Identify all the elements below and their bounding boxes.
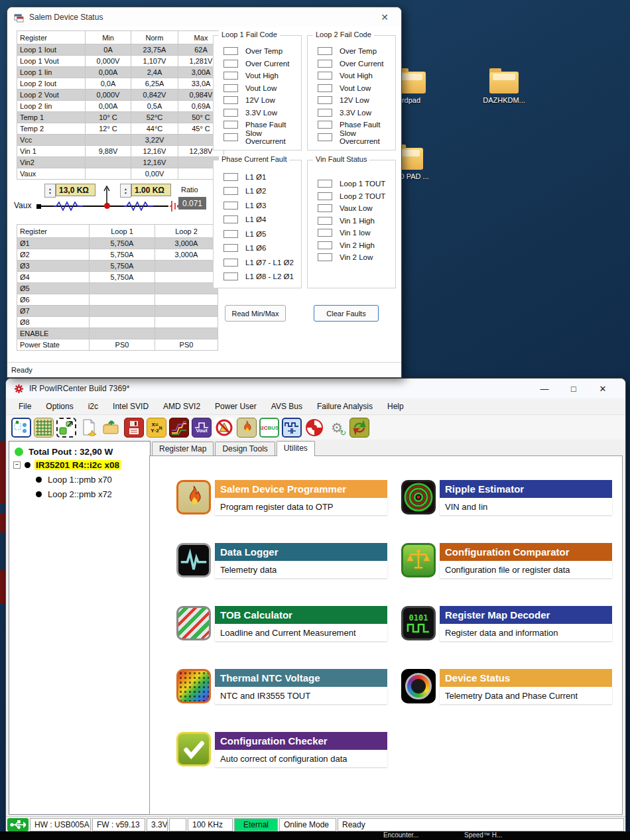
r2-spinner[interactable]: ▲▼: [120, 184, 131, 198]
i2c-bus-icon[interactable]: I2CBUS: [259, 418, 279, 438]
phase-cell: Ø7: [17, 306, 90, 317]
menu-file[interactable]: File: [11, 400, 38, 413]
fault-led-icon: [318, 253, 332, 261]
refresh-icon[interactable]: [349, 418, 369, 438]
gb-loop1-title: Loop 1 Fail Code: [219, 30, 280, 38]
fault-label: Vout High: [245, 72, 279, 80]
tab-design-tools[interactable]: Design Tools: [215, 442, 275, 455]
resistor-r2-icon: [124, 201, 153, 211]
minmax-cell: [86, 168, 131, 180]
salem-close-button[interactable]: ✕: [375, 12, 395, 23]
fault-led-icon: [223, 173, 238, 181]
loadline-icon[interactable]: [169, 418, 189, 438]
fault-label: L1 Ø6: [245, 244, 266, 252]
waveform-icon[interactable]: [282, 418, 302, 438]
salem-titlebar[interactable]: Salem Device Status ✕: [7, 7, 401, 27]
menu-amd-svi2[interactable]: AMD SVI2: [156, 400, 208, 413]
status-cell: Ready: [338, 818, 624, 831]
minmax-cell: 0A: [86, 44, 131, 56]
background-window-fragment: [0, 441, 5, 504]
tile-configuration-comparator[interactable]: Configuration ComparatorConfiguration fi…: [401, 543, 612, 578]
minmax-cell: 12,16V: [131, 157, 178, 168]
tile-data-logger[interactable]: Data LoggerTelemetry data: [176, 543, 387, 578]
minmax-cell: 0,842V: [131, 90, 178, 101]
menu-avs-bus[interactable]: AVS Bus: [264, 400, 310, 413]
phase-cell: 5,750A: [90, 238, 155, 249]
tile-register-map-decoder[interactable]: 0101Register Map DecoderRegister data an…: [401, 606, 612, 641]
tile-title: Device Status: [440, 669, 612, 687]
phase-col-header: Loop 1: [90, 225, 155, 238]
phase-row: Ø5: [17, 283, 218, 294]
device-view-icon[interactable]: [11, 418, 31, 438]
menu-power-user[interactable]: Power User: [208, 400, 264, 413]
menu-failure-analysis[interactable]: Failure Analysis: [310, 400, 380, 413]
save-icon[interactable]: [124, 418, 144, 438]
phase-header-row: RegisterLoop 1Loop 2: [17, 225, 218, 238]
vaux-divider-graphic: ▲▼ 13,0 KΩ ▲▼ 1.00 KΩ Ratio 0.071 Vaux: [14, 184, 209, 223]
menu-intel-svid[interactable]: Intel SVID: [105, 400, 156, 413]
menu-options[interactable]: Options: [38, 400, 80, 413]
gear-sync-icon[interactable]: ⚙↻: [327, 418, 347, 438]
minimize-button[interactable]: —: [530, 384, 559, 394]
tile-subtitle: Telemetry Data and Phase Current: [440, 687, 612, 704]
desktop-icon[interactable]: DAZHKDM...: [476, 66, 532, 105]
vin-fault-status-group: Vin Fault StatusLoop 1 TOUTLoop 2 TOUTVa…: [307, 160, 396, 288]
close-button[interactable]: ✕: [588, 384, 617, 394]
otp-flame-icon[interactable]: [237, 418, 257, 438]
tab-register-map[interactable]: Register Map: [152, 442, 214, 455]
phase-cell: [155, 272, 218, 283]
minmax-row: Loop 2 Iin0,00A0,5A0,69A: [17, 101, 224, 112]
tile-thermal-ntc-voltage[interactable]: Thermal NTC VoltageNTC and IR3555 TOUT: [176, 669, 387, 704]
new-file-icon[interactable]: [79, 418, 99, 438]
salem-statusbar: Ready: [7, 362, 401, 377]
formula-icon[interactable]: X=Y·2N: [147, 418, 166, 438]
tree-item-loop-1[interactable]: Loop 1::pmb x70: [9, 471, 150, 486]
no-scope-icon[interactable]: [214, 418, 234, 438]
taskbar[interactable]: Encounter...Speed™ H...: [0, 831, 630, 840]
tile-tob-calculator[interactable]: TOB CalculatorLoadline and Current Measu…: [176, 606, 387, 641]
minmax-row: Temp 110° C52°C50° C: [17, 112, 224, 123]
tile-device-status[interactable]: Device StatusTelemetry Data and Phase Cu…: [401, 669, 612, 704]
minmax-cell: 0,00A: [86, 101, 131, 112]
ir-logo-icon[interactable]: [304, 418, 324, 438]
tab-utilites[interactable]: Utilites: [277, 441, 315, 456]
read-minmax-button[interactable]: Read Min/Max: [225, 305, 286, 322]
phase-cell: [90, 328, 155, 339]
r1-value-field[interactable]: 13,0 KΩ: [56, 184, 95, 196]
register-grid-icon[interactable]: [34, 418, 54, 438]
fault-led-icon: [223, 187, 238, 195]
fault-label: Vin 1 low: [340, 229, 370, 237]
menu-help[interactable]: Help: [380, 400, 411, 413]
taskbar-item[interactable]: Encounter...: [383, 831, 418, 839]
open-folder-icon[interactable]: [101, 418, 121, 438]
ir-window-title: IR PowIRCenter Build 7369*: [29, 384, 129, 393]
r1-spinner[interactable]: ▲▼: [44, 184, 56, 198]
tree-loop-label: Loop 1::pmb x70: [48, 475, 112, 485]
vout-icon[interactable]: Vout: [192, 418, 212, 438]
phase-row: Ø7: [17, 306, 218, 317]
tile-configuration-checker[interactable]: Configuration CheckerAuto correct of con…: [176, 732, 387, 767]
ir-titlebar[interactable]: IR PowIRCenter Build 7369* — □ ✕: [6, 379, 625, 398]
clear-faults-button[interactable]: Clear Faults: [314, 305, 379, 322]
maximize-button[interactable]: □: [559, 384, 588, 394]
tile-salem-device-programmer[interactable]: Salem Device ProgrammerProgram register …: [176, 480, 387, 515]
taskbar-item[interactable]: Speed™ H...: [464, 831, 502, 839]
fault-led-icon: [318, 121, 332, 129]
collapse-expander-icon[interactable]: −: [13, 461, 21, 469]
menu-i2c[interactable]: i2c: [81, 400, 105, 413]
tree-item-device[interactable]: − IR35201 R4::i2c x08: [9, 458, 150, 471]
utilites-tab-panel: Salem Device ProgrammerProgram register …: [149, 455, 623, 815]
folder-icon: [489, 72, 519, 93]
fault-indicator-row: Vin 2 High: [318, 239, 395, 252]
tree-item-total-pout[interactable]: Total Pout : 32,90 W: [9, 442, 150, 458]
desktop-icon-label: rdpad: [402, 96, 420, 105]
resize-icon[interactable]: [56, 418, 76, 438]
fault-label: L1 Ø4: [245, 215, 266, 223]
fault-indicator-row: L1 Ø6: [223, 241, 301, 256]
tree-item-loop-2[interactable]: Loop 2::pmb x72: [9, 486, 150, 501]
tile-ripple-estimator[interactable]: Ripple EstimatorVIN and Iin: [401, 480, 612, 515]
r2-value-field[interactable]: 1.00 KΩ: [131, 184, 171, 196]
minmax-row: Temp 212° C44°C45° C: [17, 123, 224, 135]
phase-row: Ø8: [17, 317, 218, 328]
fault-led-icon: [318, 60, 332, 68]
